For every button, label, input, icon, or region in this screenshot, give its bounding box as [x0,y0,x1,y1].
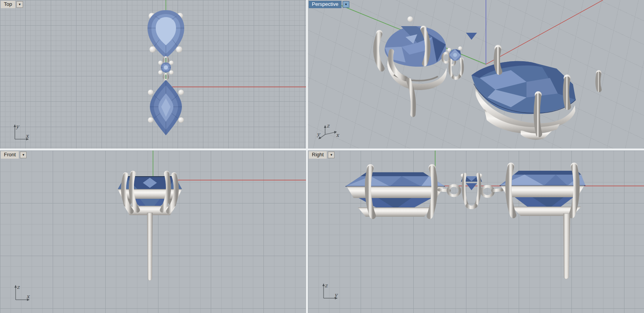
ear-post[interactable] [147,213,153,281]
prong[interactable] [497,50,499,72]
prong[interactable] [158,71,163,75]
viewport-top-scene [0,0,306,149]
viewport-title-bar-perspective: Perspective ▼ [309,1,349,8]
viewport-menu-arrow-icon[interactable]: ▼ [343,1,349,8]
middle-link-and-small-setting[interactable] [439,174,502,208]
viewport-perspective[interactable]: Perspective ▼ z y x [308,0,644,149]
axis-label-y: y [317,131,320,137]
prong[interactable] [158,61,163,65]
cplane-axis-indicator: z y [320,281,342,301]
viewport-right-scene [308,150,644,313]
prong[interactable] [450,60,453,77]
left-stone-setting-side[interactable] [345,164,445,217]
round-gem-table [164,65,168,70]
prong[interactable] [178,117,184,123]
marquise-stone-setting[interactable] [148,80,184,135]
x-axis-line [486,0,603,64]
prong[interactable] [148,117,153,123]
cplane-axis-indicator: y x [11,122,33,142]
round-stone-setting[interactable] [447,33,477,78]
viewport-title-bar-front: Front ▼ [1,151,27,159]
axis-label-z: z [17,284,20,290]
prong[interactable] [176,46,182,53]
viewport-title[interactable]: Perspective [309,1,342,8]
viewport-menu-arrow-icon[interactable]: ▼ [328,152,334,158]
prong[interactable] [149,46,156,53]
viewport-title[interactable]: Front [1,151,19,159]
viewport-menu-arrow-icon[interactable]: ▼ [20,152,27,158]
axis-label-x: x [27,294,30,299]
prong[interactable] [148,90,153,95]
pear-stone-setting[interactable] [376,16,455,115]
axis-label-x: x [336,132,340,138]
viewport-perspective-scene [308,0,644,149]
ear-post[interactable] [563,214,570,279]
cplane-axis-indicator: z y x [317,122,340,141]
round-gem-table [453,53,457,57]
stud-setting-front[interactable] [118,171,182,281]
small-gem-pavilion[interactable] [466,183,477,190]
connector-wire[interactable] [493,190,502,191]
prong[interactable] [458,46,462,50]
basket-wire[interactable] [467,206,476,207]
cplane-axis-indicator: z x [12,283,34,303]
basket-band[interactable] [501,186,584,197]
viewport-front-scene [0,150,306,313]
prong[interactable] [376,34,382,69]
marquise-stone-setting[interactable] [471,45,601,140]
viewport-right[interactable]: Right ▼ z y [308,150,644,313]
axis-label-y: y [334,292,338,298]
prong[interactable] [598,74,599,90]
gem-table-edge [514,171,581,175]
axis-label-z: z [327,123,330,129]
prong[interactable] [537,96,539,134]
ear-post[interactable] [409,80,413,115]
viewport-top[interactable]: Top ▼ y x [0,0,306,149]
prong[interactable] [566,80,568,107]
prong[interactable] [169,71,174,75]
pear-stone-setting[interactable] [148,10,184,58]
prong[interactable] [169,61,174,65]
viewport-menu-arrow-icon[interactable]: ▼ [16,1,23,8]
axis-label-x: x [26,133,29,139]
prong[interactable] [459,59,462,76]
jump-ring[interactable] [443,53,450,62]
viewport-title[interactable]: Top [1,1,15,8]
viewport-title-bar-right: Right ▼ [309,151,334,159]
axis-label-y: y [16,124,20,129]
right-stone-setting-side[interactable] [500,163,585,279]
basket-wire[interactable] [453,76,459,78]
basket-band[interactable] [118,189,182,199]
prong[interactable] [178,90,184,95]
viewport-title-bar-top: Top ▼ [1,1,23,8]
axis-label-z: z [325,283,328,288]
viewport-front[interactable]: Front ▼ z x [0,150,306,313]
basket-band[interactable] [347,186,444,198]
cad-four-view-workspace: Top ▼ y x [0,0,644,313]
round-gem-pavilion [466,33,477,40]
viewport-title[interactable]: Right [309,151,327,159]
